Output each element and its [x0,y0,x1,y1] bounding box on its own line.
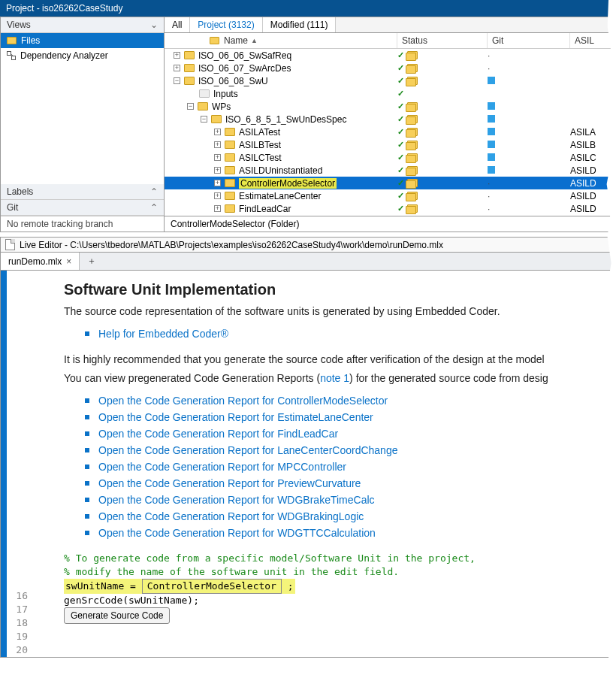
collapse-icon[interactable]: − [201,116,207,123]
tree-row[interactable]: +ControllerModeSelector✓·ASILD [165,177,615,189]
col-status[interactable]: Status [397,33,488,48]
expand-icon[interactable]: + [214,167,221,174]
tree-item-label: ISO_06_08_SwU [198,76,268,86]
tree-row[interactable]: −WPs✓ [165,100,615,113]
views-dependency-item[interactable]: Dependency Analyzer [1,48,164,63]
folder-icon [225,192,235,200]
codegen-report-link[interactable]: Open the Code Generation Report for WDGT… [98,527,376,539]
check-icon: ✓ [397,127,404,137]
codegen-report-link[interactable]: Open the Code Generation Report for WDGB… [98,510,364,522]
check-icon: ✓ [397,204,404,213]
tree-row[interactable]: −ISO_06_08_SwU✓ [165,74,615,87]
close-icon[interactable]: × [66,256,71,267]
collapse-icon[interactable]: − [174,77,180,84]
folder-icon [7,37,17,44]
status-cell: ✓ [397,114,488,124]
views-files-item[interactable]: Files [1,33,164,48]
codegen-report-link[interactable]: Open the Code Generation Report for Cont… [98,395,388,407]
folder-icon [199,89,210,98]
git-cell: · [488,50,570,61]
asil-cell: ASILD [570,191,615,201]
status-cell: ✓ [397,89,488,98]
labels-panel-header[interactable]: Labels⌃ [1,184,164,200]
tab-modified[interactable]: Modified (111) [263,17,337,32]
expand-icon[interactable]: + [214,205,221,212]
collapse-icon[interactable]: − [187,103,194,110]
tree-item-label: ASILDUninstantiated [239,165,322,176]
expand-icon[interactable]: + [174,52,180,59]
expand-icon[interactable]: + [214,192,221,199]
folder-icon [184,64,195,72]
codegen-report-link[interactable]: Open the Code Generation Report for Esti… [98,411,373,423]
tree-row[interactable]: +ASILCTest✓ASILC [165,151,615,164]
col-git[interactable]: Git [488,33,570,48]
folder-stack-icon [406,102,418,111]
swunitname-edit-field[interactable]: ControllerModeSelector [142,579,282,594]
note-link[interactable]: note 1 [320,372,349,384]
status-cell: ✓ [397,76,488,86]
check-icon: ✓ [397,191,404,201]
check-icon: ✓ [397,76,404,86]
git-branch-status: No remote tracking branch [1,216,164,232]
tree-item-label: ISO_6_8_5_1_SwUnDesSpec [225,114,346,125]
git-cell [488,101,570,112]
folder-stack-icon [406,166,418,175]
tree-row[interactable]: +ASILBTest✓ASILB [165,138,615,151]
asil-cell: ASILB [570,140,615,150]
folder-stack-icon [406,204,418,213]
git-cell [488,127,570,138]
asil-cell: ASILD [570,178,615,189]
expand-icon[interactable]: + [214,129,221,135]
tree-row[interactable]: +ISO_06_06_SwSafReq✓· [165,49,615,62]
codegen-report-link[interactable]: Open the Code Generation Report for Find… [98,428,338,440]
col-name[interactable]: Name ▲ [165,33,397,48]
dependency-icon [7,51,16,60]
git-dot-icon: · [488,63,490,74]
tree-row[interactable]: −ISO_6_8_5_1_SwUnDesSpec✓ [165,113,615,126]
codegen-report-link[interactable]: Open the Code Generation Report for Lane… [98,444,397,456]
project-filter-tabs: All Project (3132) Modified (111) [165,17,615,33]
tab-project[interactable]: Project (3132) [190,17,262,32]
tree-row[interactable]: +ASILATest✓ASILA [165,126,615,138]
code-block[interactable]: % To generate code from a specific model… [64,552,611,624]
git-cell [488,114,570,125]
tree-row[interactable]: +ASILDUninstantiated✓ASILD [165,164,615,177]
tab-all[interactable]: All [165,17,190,32]
folder-stack-icon [406,153,418,162]
codegen-report-link[interactable]: Open the Code Generation Report for WDGB… [98,494,375,506]
folder-icon [225,141,235,149]
tree-row[interactable]: +EstimateLaneCenter✓·ASILD [165,189,615,202]
col-asil[interactable]: ASIL [570,33,615,48]
tree-row[interactable]: +ISO_06_07_SwArcDes✓· [165,62,615,74]
views-panel-header[interactable]: Views⌄ [1,17,164,33]
new-tab-button[interactable]: ＋ [80,253,104,270]
expand-icon[interactable]: + [214,180,221,186]
git-cell [488,140,570,150]
paragraph: You can view pregenerated Code Generatio… [64,371,611,386]
tree-item-label: ASILCTest [239,153,282,163]
tree-item-label: Inputs [213,89,238,99]
tree-row[interactable]: +FindLeadCar✓·ASILD [165,202,615,215]
live-editor-content[interactable]: Software Unit Implementation The source … [32,271,615,657]
generate-source-code-button[interactable]: Generate Source Code [64,607,170,624]
expand-icon[interactable]: + [214,154,221,161]
project-tree[interactable]: +ISO_06_06_SwSafReq✓·+ISO_06_07_SwArcDes… [165,49,615,216]
expand-icon[interactable]: + [214,141,221,148]
expand-icon[interactable]: + [174,65,180,71]
tree-item-label: ISO_06_06_SwSafReq [198,50,291,61]
folder-stack-icon [406,141,418,150]
check-icon: ✓ [397,165,404,175]
sort-asc-icon: ▲ [251,37,258,44]
git-panel-header[interactable]: Git⌃ [1,200,164,216]
editor-tab-rundemo[interactable]: runDemo.mlx × [1,253,80,270]
help-embedded-coder-link[interactable]: Help for Embedded Coder® [98,328,228,340]
git-modified-icon [488,141,495,148]
tree-row[interactable]: Inputs✓ [165,87,615,100]
folder-icon [184,51,195,59]
folder-icon [210,37,219,44]
paragraph: The source code representation of the so… [64,304,611,319]
codegen-report-link[interactable]: Open the Code Generation Report for MPCC… [98,461,346,473]
git-dot-icon: · [488,50,490,61]
codegen-report-link[interactable]: Open the Code Generation Report for Prev… [98,477,361,489]
tree-item-label: WPs [212,101,231,112]
